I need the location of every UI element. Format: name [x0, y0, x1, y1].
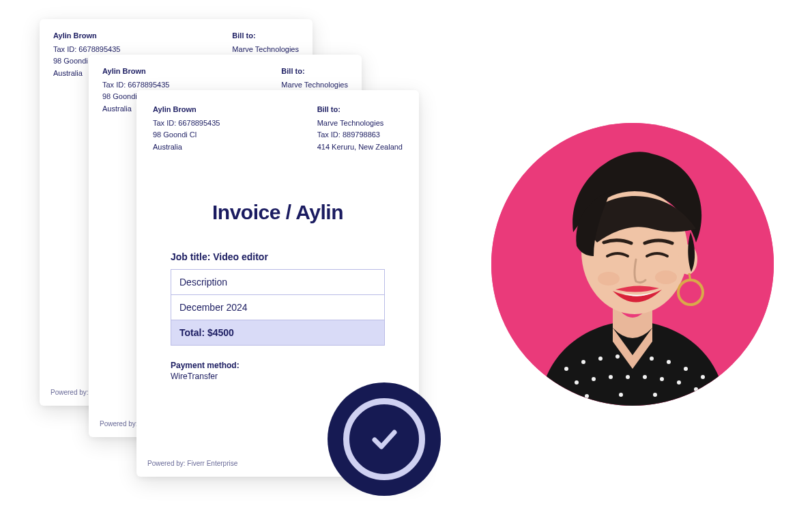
svg-point-8 [684, 367, 688, 371]
svg-point-12 [592, 377, 596, 381]
recipient-tax-id: Tax ID: 889798863 [317, 129, 403, 141]
card-header: Aylin Brown Tax ID: 6678895435 98 Goondi… [153, 104, 403, 153]
sender-address-1: 98 Goondi Cl [153, 129, 220, 141]
sender-address-2: Australia [153, 141, 220, 154]
invoice-table: Description December 2024 Total: $4500 [171, 269, 385, 346]
svg-point-20 [551, 398, 555, 402]
svg-point-10 [557, 387, 562, 391]
sender-tax-id: Tax ID: 6678895435 [153, 117, 220, 130]
svg-point-17 [677, 380, 681, 385]
sender-block: Aylin Brown Tax ID: 6678895435 98 Goondi… [153, 104, 220, 153]
canvas: Aylin Brown Tax ID: 6678895435 98 Goondi… [0, 0, 812, 530]
sender-tax-id: Tax ID: 6678895435 [53, 44, 120, 56]
svg-point-19 [711, 394, 715, 398]
svg-point-6 [650, 357, 654, 361]
svg-point-11 [575, 380, 579, 385]
recipient-block: Bill to: Marve Technologies Tax ID: 8897… [317, 104, 403, 153]
svg-point-22 [619, 393, 623, 397]
svg-point-4 [615, 354, 620, 359]
avatar-illustration [491, 123, 774, 406]
svg-point-24 [687, 398, 691, 402]
svg-point-3 [598, 357, 603, 361]
svg-point-15 [643, 375, 647, 379]
sender-name: Aylin Brown [153, 104, 220, 116]
bill-to-label: Bill to: [317, 104, 403, 116]
invoice-title: Invoice / Aylin [153, 201, 403, 224]
svg-point-2 [581, 360, 585, 364]
payment-method-block: Payment method: WireTransfer [171, 361, 385, 381]
job-title: Job title: Video editor [171, 251, 385, 262]
svg-point-23 [653, 393, 657, 397]
sender-name: Aylin Brown [102, 66, 169, 78]
svg-point-30 [655, 270, 677, 284]
svg-point-14 [626, 375, 630, 379]
payment-method-label: Payment method: [171, 361, 385, 370]
table-row-period: December 2024 [171, 295, 384, 320]
svg-point-9 [701, 375, 705, 379]
sender-name: Aylin Brown [53, 30, 120, 42]
svg-point-21 [585, 394, 589, 398]
svg-point-7 [667, 360, 671, 364]
recipient-company: Marve Technologies [281, 79, 348, 92]
avatar [491, 123, 774, 406]
recipient-company: Marve Technologies [232, 44, 299, 56]
table-row-description: Description [171, 270, 384, 295]
bill-to-label: Bill to: [232, 30, 299, 42]
bill-to-label: Bill to: [281, 66, 348, 78]
powered-by: Powered by: Fiverr Enterprise [147, 460, 237, 467]
svg-point-18 [694, 387, 698, 391]
success-badge [328, 382, 441, 496]
table-row-total: Total: $4500 [171, 320, 384, 345]
svg-point-13 [609, 375, 613, 379]
svg-line-28 [689, 273, 691, 281]
svg-point-29 [598, 272, 620, 285]
svg-point-1 [564, 367, 568, 371]
svg-point-16 [660, 377, 664, 381]
recipient-company: Marve Technologies [317, 117, 403, 130]
checkmark-icon [365, 420, 403, 458]
recipient-address: 414 Keruru, New Zealand [317, 141, 403, 154]
sender-tax-id: Tax ID: 6678895435 [102, 79, 169, 92]
badge-ring [343, 398, 425, 480]
payment-method-value: WireTransfer [171, 372, 385, 381]
